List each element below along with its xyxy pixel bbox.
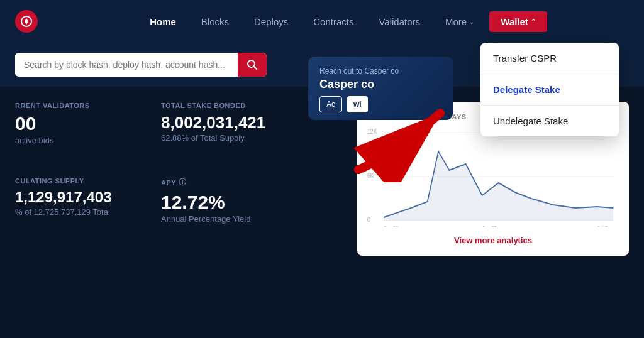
navbar: Home Blocks Deploys Contracts Validators… <box>0 0 644 43</box>
wallet-button[interactable]: Wallet ⌃ <box>489 11 547 32</box>
stat-apy-label: APY ⓘ <box>161 177 337 188</box>
chart-svg: 12K 6K 0 Jun 19 Jun 25 Jul 2 <box>367 126 619 227</box>
search-icon <box>247 59 258 70</box>
stat-stake-sub: 62.88% of Total Supply <box>161 133 337 143</box>
nav-blocks[interactable]: Blocks <box>191 11 239 32</box>
search-wrapper <box>15 53 267 77</box>
stat-validators-sub: active bids <box>15 136 141 145</box>
wallet-chevron-icon: ⌃ <box>531 18 536 25</box>
promo-title: Reach out to Casper co <box>319 67 441 75</box>
stat-validators: RRENT VALIDATORS 00 active bids <box>15 102 141 177</box>
nav-home[interactable]: Home <box>140 11 186 32</box>
svg-text:Jun 25: Jun 25 <box>482 224 497 227</box>
chart-view-more[interactable]: View more analytics <box>367 234 619 246</box>
apy-info-icon: ⓘ <box>179 177 187 188</box>
nav-logo <box>15 10 38 33</box>
svg-marker-9 <box>384 151 613 221</box>
search-button[interactable] <box>238 53 267 77</box>
stat-validators-value: 00 <box>15 114 141 133</box>
logo-icon <box>15 10 38 33</box>
stat-supply: CULATING SUPPLY 1,129,917,403 % of 12,72… <box>15 177 141 256</box>
svg-text:Jun 19: Jun 19 <box>384 224 399 227</box>
stat-supply-label: CULATING SUPPLY <box>15 177 141 185</box>
promo-btn-1[interactable]: Ac <box>319 96 342 112</box>
nav-deploys[interactable]: Deploys <box>244 11 298 32</box>
nav-contracts[interactable]: Contracts <box>303 11 364 32</box>
svg-text:12K: 12K <box>367 128 377 135</box>
promo-buttons: Ac wi <box>319 96 441 112</box>
dropdown-transfer-cspr[interactable]: Transfer CSPR <box>480 43 619 74</box>
stat-validators-label: RRENT VALIDATORS <box>15 102 141 109</box>
svg-line-2 <box>254 67 257 70</box>
stat-apy: APY ⓘ 12.72% Annual Percentage Yield <box>161 177 337 256</box>
more-chevron-icon: ⌄ <box>469 18 474 25</box>
wallet-dropdown: Transfer CSPR Delegate Stake Undelegate … <box>480 43 619 136</box>
dropdown-delegate-stake[interactable]: Delegate Stake <box>480 74 619 105</box>
svg-text:Jul 2: Jul 2 <box>597 224 608 227</box>
stat-supply-sub: % of 12,725,737,129 Total <box>15 207 141 217</box>
promo-card: Reach out to Casper co Casper co Ac wi <box>308 57 453 120</box>
nav-validators[interactable]: Validators <box>369 11 430 32</box>
svg-text:0: 0 <box>367 216 370 223</box>
search-input[interactable] <box>15 53 238 76</box>
stat-apy-sub: Annual Percentage Yield <box>161 214 337 224</box>
svg-text:6K: 6K <box>367 172 374 179</box>
stat-supply-value: 1,129,917,403 <box>15 190 141 205</box>
dropdown-undelegate-stake[interactable]: Undelegate Stake <box>480 106 619 136</box>
nav-links: Home Blocks Deploys Contracts Validators… <box>58 11 629 32</box>
stat-apy-value: 12.72% <box>161 193 337 212</box>
promo-name: Casper co <box>319 78 441 91</box>
view-more-link[interactable]: View more analytics <box>454 236 532 245</box>
nav-more[interactable]: More ⌄ <box>435 11 484 32</box>
promo-btn-2[interactable]: wi <box>347 96 368 112</box>
